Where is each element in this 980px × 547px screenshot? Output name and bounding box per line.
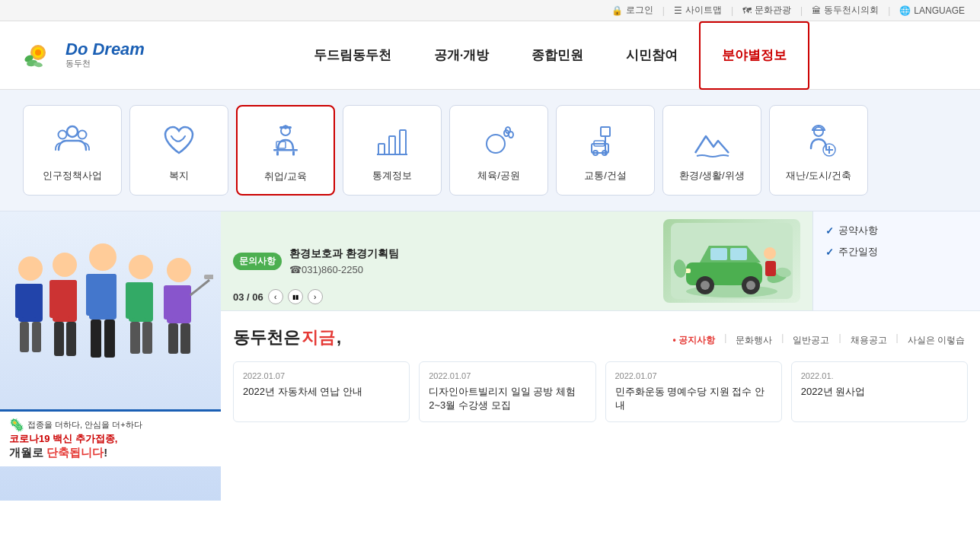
svg-rect-50 [107, 274, 117, 316]
nav-participation[interactable]: 시민참여 [605, 21, 699, 90]
side-link-pledge[interactable]: 공약사항 [825, 224, 968, 237]
stats-icon [369, 119, 415, 161]
council-link[interactable]: 🏛 동두천시의회 [812, 4, 879, 17]
category-list: 인구정책사업 복지 [23, 105, 957, 196]
news-section: 동두천은 지금 , • 공지사항 | 문화행사 | 일반공고 | 채용공고 | … [221, 310, 980, 430]
cat-jobs[interactable]: 취업/교육 [236, 105, 335, 196]
sports-icon [476, 119, 522, 161]
svg-rect-66 [204, 275, 213, 279]
right-side-panel: 공약사항 주간일정 [812, 211, 980, 310]
side-link-schedule[interactable]: 주간일정 [825, 245, 968, 259]
main-nav: 두드림동두천 공개·개방 종합민원 시민참여 분야별정보 [145, 21, 957, 90]
banner-prev-button[interactable]: ‹ [268, 289, 283, 304]
cat-sports-label: 체육/공원 [477, 169, 520, 183]
news-card-3[interactable]: 2022.01. 2022년 원사업 [791, 361, 968, 422]
svg-rect-64 [180, 323, 190, 354]
cat-env-label: 환경/생활/위생 [679, 169, 744, 183]
cat-disaster[interactable]: 재난/도시/건축 [769, 105, 868, 196]
cat-disaster-label: 재난/도시/건축 [786, 169, 851, 183]
vaccine-top-text: 접종을 더하다, 안심을 더+하다 [27, 419, 142, 431]
header: Do Dream 동두천 두드림동두천 공개·개방 종합민원 시민참여 분야별정… [0, 21, 980, 90]
language-label: LANGUAGE [914, 5, 965, 16]
cat-sports[interactable]: 체육/공원 [449, 105, 548, 196]
svg-rect-13 [276, 151, 279, 155]
news-cards: 2022.01.07 2022년 자동차세 연납 안내 2022.01.07 디… [233, 361, 968, 422]
top-utility-bar: 🔒 로그인 | ☰ 사이트맵 | 🗺 문화관광 | 🏛 동두천시의회 | 🌐 L… [0, 0, 980, 21]
news-tab-culture[interactable]: 문화행사 [733, 332, 775, 348]
top-row: 문의사항 환경보호과 환경기획팀 ☎031)860-2250 [221, 211, 980, 310]
cat-env[interactable]: 환경/생활/위생 [662, 105, 761, 196]
main-content: 🦠 접종을 더하다, 안심을 더+하다 코로나19 백신 추가접종, 개월로 단… [0, 211, 980, 501]
news-tab-notices[interactable]: • 공지사항 [670, 332, 719, 348]
svg-rect-62 [182, 285, 191, 320]
menu-icon: ☰ [674, 5, 682, 16]
sep2: | [731, 5, 733, 16]
logo-text: Do Dream 동두천 [65, 41, 145, 69]
svg-point-79 [764, 247, 776, 259]
council-label: 동두천시의회 [824, 4, 879, 17]
nav-dudream[interactable]: 두드림동두천 [292, 21, 413, 90]
svg-rect-80 [765, 261, 776, 276]
nav-civil[interactable]: 종합민원 [510, 21, 605, 90]
svg-rect-16 [378, 144, 385, 154]
news-tab-jobs[interactable]: 채용공고 [848, 332, 890, 348]
svg-rect-70 [710, 248, 727, 260]
people-svg [8, 223, 213, 405]
people-illustration [0, 211, 221, 409]
news-card-title-1: 디자인아트빌리지 일일 공방 체험 2~3월 수강생 모집 [429, 385, 586, 412]
traffic-icon [583, 119, 628, 161]
svg-rect-37 [15, 284, 24, 318]
banner-next-button[interactable]: › [308, 289, 323, 304]
svg-rect-71 [730, 248, 747, 260]
car-illustration [671, 223, 793, 299]
sitemap-link[interactable]: ☰ 사이트맵 [674, 4, 722, 17]
logo-icon [23, 37, 59, 74]
vaccine-banner: 🦠 접종을 더하다, 안심을 더+하다 코로나19 백신 추가접종, 개월로 단… [0, 409, 221, 466]
population-icon [49, 119, 95, 161]
cat-stats-label: 통계정보 [372, 169, 412, 183]
cat-jobs-label: 취업/교육 [264, 170, 307, 183]
svg-point-35 [18, 256, 43, 281]
svg-rect-38 [34, 284, 43, 318]
vaccine-title: 코로나19 백신 추가접종, [9, 432, 212, 446]
news-card-2[interactable]: 2022.01.07 민주화운동 명예수당 지원 접수 안내 [605, 361, 782, 422]
building-icon: 🏛 [812, 5, 821, 16]
svg-rect-17 [389, 136, 395, 154]
lock-icon: 🔒 [611, 5, 623, 16]
cat-welfare[interactable]: 복지 [129, 105, 228, 196]
env-icon [689, 119, 735, 161]
news-card-1[interactable]: 2022.01.07 디자인아트빌리지 일일 공방 체험 2~3월 수강생 모집 [419, 361, 595, 422]
svg-point-30 [814, 127, 823, 136]
news-title: 동두천은 지금 , [233, 326, 341, 349]
svg-line-65 [190, 280, 209, 295]
banner-controls: 03 / 06 ‹ ▮▮ › [233, 289, 323, 304]
cat-traffic[interactable]: 교통/건설 [556, 105, 655, 196]
news-title-plain: 동두천은 [233, 326, 300, 349]
news-tab-general[interactable]: 일반공고 [790, 332, 832, 348]
svg-rect-55 [126, 282, 135, 319]
cat-stats[interactable]: 통계정보 [343, 105, 442, 196]
banner-pause-button[interactable]: ▮▮ [288, 289, 303, 304]
logo-area[interactable]: Do Dream 동두천 [23, 37, 145, 74]
svg-point-7 [59, 130, 67, 138]
login-link[interactable]: 🔒 로그인 [611, 4, 653, 17]
news-card-title-0: 2022년 자동차세 연납 안내 [243, 385, 400, 399]
language-link[interactable]: 🌐 LANGUAGE [899, 5, 965, 16]
news-tabs: • 공지사항 | 문화행사 | 일반공고 | 채용공고 | 사실은 이렇습 [670, 332, 968, 348]
nav-open[interactable]: 공개·개방 [413, 21, 511, 90]
vaccine-subtitle: 개월로 단축됩니다! [9, 446, 212, 460]
news-card-0[interactable]: 2022.01.07 2022년 자동차세 연납 안내 [233, 361, 410, 422]
cat-population[interactable]: 인구정책사업 [23, 105, 122, 196]
svg-rect-14 [292, 151, 295, 155]
svg-rect-63 [168, 323, 178, 354]
culture-link[interactable]: 🗺 문화관광 [742, 4, 791, 17]
news-card-date-3: 2022.01. [801, 371, 958, 380]
cat-population-label: 인구정책사업 [43, 169, 102, 183]
nav-sector-info[interactable]: 분야별정보 [699, 21, 809, 90]
news-card-date-2: 2022.01.07 [615, 371, 772, 380]
svg-rect-58 [142, 322, 152, 354]
news-card-title-2: 민주화운동 명예수당 지원 접수 안내 [615, 385, 772, 412]
news-tab-facts[interactable]: 사실은 이렇습 [905, 332, 968, 348]
svg-rect-18 [400, 130, 406, 154]
logo-main-text: Do Dream [65, 41, 145, 58]
